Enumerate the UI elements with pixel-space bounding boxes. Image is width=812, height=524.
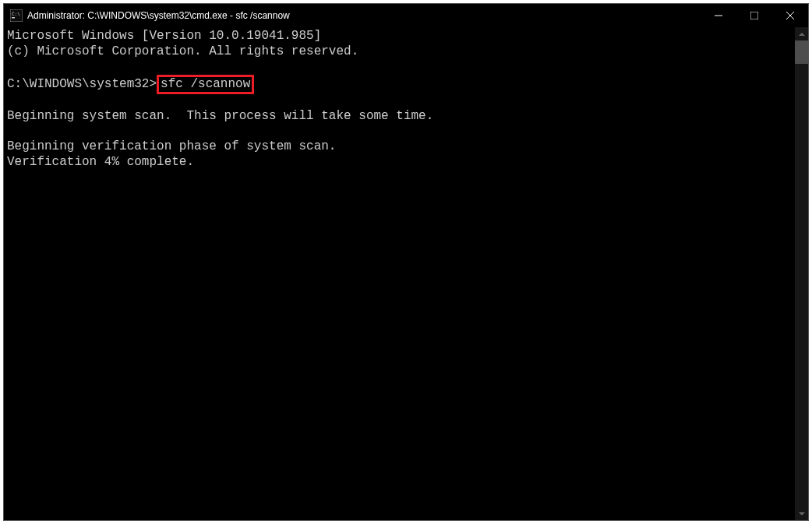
scan-begin-line: Beginning system scan. This process will… xyxy=(7,109,433,123)
copyright-line: (c) Microsoft Corporation. All rights re… xyxy=(7,44,358,58)
svg-text:C:\: C:\ xyxy=(12,11,20,16)
close-button[interactable] xyxy=(772,4,808,27)
verify-begin-line: Beginning verification phase of system s… xyxy=(7,139,336,153)
command-text: sfc /scannow xyxy=(161,77,250,91)
svg-rect-2 xyxy=(12,17,15,19)
scroll-up-button[interactable] xyxy=(795,27,808,40)
terminal-output[interactable]: Microsoft Windows [Version 10.0.19041.98… xyxy=(4,27,795,520)
cmd-icon: C:\ xyxy=(10,9,23,22)
svg-rect-3 xyxy=(715,16,722,16)
command-highlight: sfc /scannow xyxy=(157,75,254,94)
version-line: Microsoft Windows [Version 10.0.19041.98… xyxy=(7,29,321,43)
scroll-down-button[interactable] xyxy=(795,507,808,520)
scroll-track[interactable] xyxy=(795,40,808,507)
minimize-button[interactable] xyxy=(701,4,736,27)
svg-rect-4 xyxy=(750,12,758,19)
window-title: Administrator: C:\WINDOWS\system32\cmd.e… xyxy=(27,10,701,21)
maximize-button[interactable] xyxy=(736,4,772,27)
vertical-scrollbar[interactable] xyxy=(795,27,808,520)
titlebar[interactable]: C:\ Administrator: C:\WINDOWS\system32\c… xyxy=(4,4,808,27)
verify-progress-line: Verification 4% complete. xyxy=(7,155,194,169)
body-area: Microsoft Windows [Version 10.0.19041.98… xyxy=(4,27,808,520)
prompt-text: C:\WINDOWS\system32> xyxy=(7,77,157,91)
scroll-thumb[interactable] xyxy=(795,40,808,64)
cmd-window: C:\ Administrator: C:\WINDOWS\system32\c… xyxy=(3,3,809,521)
window-controls xyxy=(701,4,808,27)
